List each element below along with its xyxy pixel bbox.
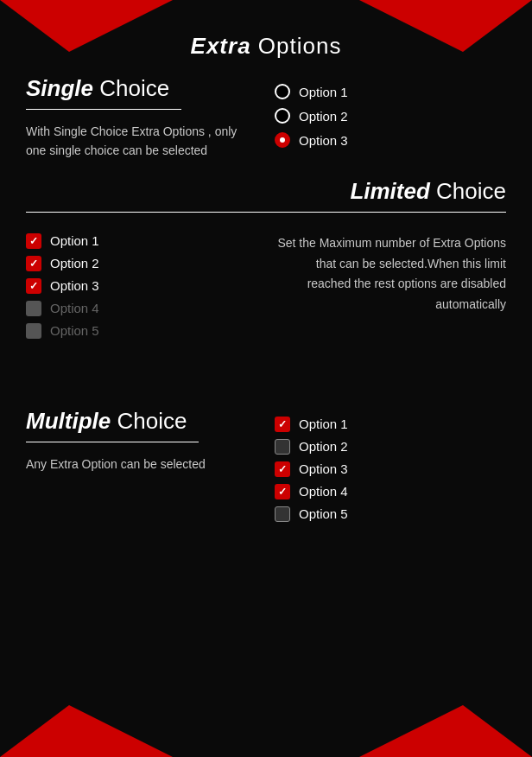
multiple-option-1-label: Option 1 [299,417,348,431]
single-option-1-label: Option 1 [299,85,348,99]
limited-choice-divider [26,212,506,213]
checkbox-multiple-4[interactable] [275,484,290,499]
limited-option-5-label: Option 5 [50,323,99,338]
radio-option-1[interactable] [275,84,290,99]
limited-option-5: Option 5 [26,323,257,339]
multiple-option-1[interactable]: Option 1 [275,417,506,432]
single-choice-options: Option 1 Option 2 Option 3 [275,75,506,148]
limited-option-1[interactable]: Option 1 [26,233,257,249]
limited-choice-heading-bold: Limited [350,178,429,204]
checkbox-limited-2[interactable] [26,256,41,271]
single-choice-section: Single Choice With Single Choice Extra O… [0,75,532,161]
single-option-3-label: Option 3 [299,133,348,148]
single-choice-heading-bold: Single [26,75,93,101]
limited-choice-section: Limited Choice Option 1 Option 2 Option … [0,178,532,339]
multiple-choice-heading-normal: Choice [111,408,187,434]
page-title-normal: Options [251,33,342,59]
multiple-option-5[interactable]: Option 5 [275,506,506,522]
limited-choice-options: Option 1 Option 2 Option 3 Option 4 Opti… [26,225,257,339]
spacer [0,356,532,408]
multiple-option-2-label: Option 2 [299,439,348,454]
checkbox-multiple-2[interactable] [275,439,290,455]
page-title: Extra Options [0,0,532,75]
checkbox-multiple-1[interactable] [275,417,290,432]
single-option-2-label: Option 2 [299,109,348,124]
single-choice-option-2[interactable]: Option 2 [275,108,506,124]
svg-marker-2 [0,705,173,757]
limited-option-4: Option 4 [26,301,257,316]
limited-choice-description: Set the Maximum number of Extra Options … [275,225,506,315]
multiple-choice-heading-bold: Multiple [26,408,111,434]
single-choice-description: With Single Choice Extra Options , only … [26,122,257,161]
multiple-choice-heading: Multiple Choice [26,408,257,435]
multiple-choice-divider [26,442,199,442]
multiple-option-2[interactable]: Option 2 [275,439,506,455]
single-choice-divider [26,109,181,110]
limited-choice-body: Option 1 Option 2 Option 3 Option 4 Opti… [26,225,506,339]
limited-choice-heading: Limited Choice [26,178,506,205]
checkbox-multiple-3[interactable] [275,461,290,477]
radio-option-3[interactable] [275,132,290,148]
radio-option-2[interactable] [275,108,290,124]
single-choice-left: Single Choice With Single Choice Extra O… [26,75,275,161]
multiple-choice-section: Multiple Choice Any Extra Option can be … [0,408,532,522]
single-choice-option-1[interactable]: Option 1 [275,84,506,99]
multiple-option-4-label: Option 4 [299,484,348,499]
checkbox-limited-3[interactable] [26,278,41,294]
multiple-option-3-label: Option 3 [299,461,348,476]
single-choice-heading-normal: Choice [93,75,169,101]
limited-option-3[interactable]: Option 3 [26,278,257,294]
multiple-option-4[interactable]: Option 4 [275,484,506,499]
limited-option-3-label: Option 3 [50,278,99,293]
page-title-bold: Extra [191,33,251,59]
single-choice-option-3[interactable]: Option 3 [275,132,506,148]
single-choice-heading: Single Choice [26,75,257,102]
limited-option-2[interactable]: Option 2 [26,256,257,271]
checkbox-multiple-5[interactable] [275,506,290,522]
multiple-option-3[interactable]: Option 3 [275,461,506,477]
svg-marker-3 [359,705,532,757]
checkbox-limited-5 [26,323,41,339]
checkbox-limited-4 [26,301,41,316]
checkbox-limited-1[interactable] [26,233,41,249]
limited-option-4-label: Option 4 [50,301,99,315]
limited-option-1-label: Option 1 [50,233,99,248]
limited-option-2-label: Option 2 [50,256,99,270]
multiple-choice-left: Multiple Choice Any Extra Option can be … [26,408,275,474]
multiple-option-5-label: Option 5 [299,506,348,521]
multiple-choice-description: Any Extra Option can be selected [26,455,257,474]
bottom-decoration [0,705,532,757]
multiple-choice-options: Option 1 Option 2 Option 3 Option 4 Opti… [275,408,506,522]
limited-choice-heading-normal: Choice [430,178,506,204]
